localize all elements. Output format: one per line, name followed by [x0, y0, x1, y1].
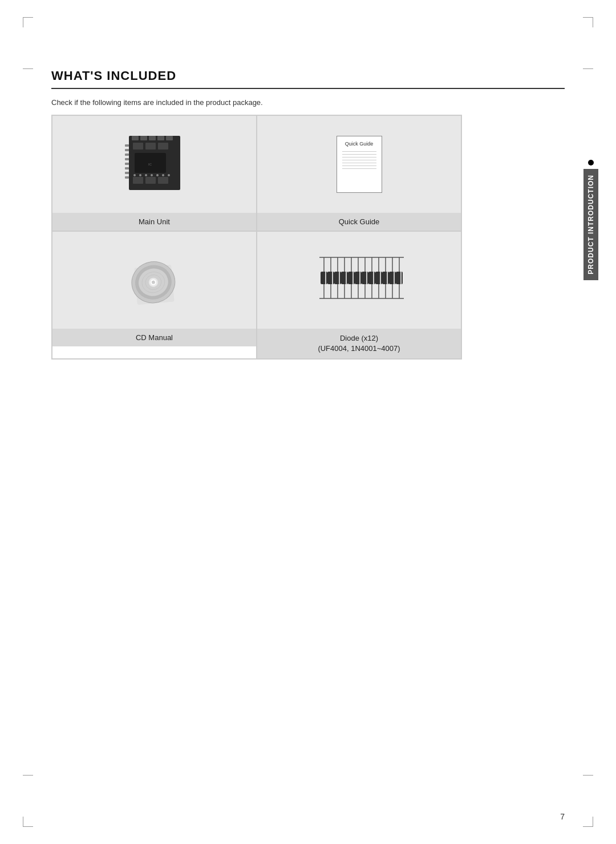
svg-rect-9: [132, 136, 139, 140]
svg-point-25: [151, 174, 153, 176]
grid-cell-diode: Diode (x12) (UF4004, 1N4001~4007): [257, 231, 461, 359]
svg-rect-5: [125, 163, 129, 165]
svg-rect-52: [327, 272, 334, 284]
items-grid: IC Main Unit: [51, 115, 462, 360]
svg-rect-16: [158, 143, 168, 150]
side-mark-left-bottom: [23, 775, 33, 776]
svg-rect-55: [348, 272, 355, 284]
svg-point-23: [139, 174, 141, 176]
svg-rect-60: [382, 272, 389, 284]
cd-image-area: [52, 232, 256, 329]
grid-cell-main-unit: IC Main Unit: [52, 115, 257, 231]
svg-point-22: [133, 174, 136, 176]
svg-point-28: [168, 174, 170, 176]
svg-point-27: [162, 174, 164, 176]
svg-rect-8: [125, 176, 129, 179]
svg-rect-4: [125, 158, 129, 160]
diode-label: Diode (x12): [260, 333, 459, 344]
svg-rect-13: [166, 136, 173, 140]
svg-rect-53: [334, 272, 341, 284]
svg-rect-12: [157, 136, 164, 140]
main-content: WHAT'S INCLUDED Check if the following i…: [51, 68, 565, 798]
diode-strip-image: [314, 252, 405, 309]
svg-rect-54: [341, 272, 348, 284]
cd-image: [123, 249, 186, 312]
svg-text:IC: IC: [148, 163, 152, 166]
sidebar-product-introduction: PRODUCT INTRODUCTION: [583, 160, 599, 280]
diode-label-area: Diode (x12) (UF4004, 1N4001~4007): [257, 329, 461, 358]
subtitle-text: Check if the following items are include…: [51, 98, 565, 107]
svg-rect-20: [145, 177, 156, 184]
page-title: WHAT'S INCLUDED: [51, 68, 565, 83]
svg-rect-21: [158, 177, 168, 184]
side-mark-right-top: [583, 68, 593, 69]
svg-rect-19: [133, 177, 143, 184]
side-mark-right-bottom: [583, 775, 593, 776]
corner-mark-br: [583, 817, 593, 827]
corner-mark-tl: [23, 17, 33, 27]
grid-cell-quick-guide: Quick Guide Quick Guide: [257, 115, 461, 231]
svg-rect-59: [375, 272, 382, 284]
svg-rect-6: [125, 167, 129, 169]
svg-rect-14: [133, 143, 143, 150]
svg-rect-15: [145, 143, 156, 150]
diode-strip-wrapper: [314, 252, 405, 309]
quick-guide-label: Quick Guide: [257, 213, 461, 231]
svg-point-24: [145, 174, 147, 176]
diode-image-area: [257, 232, 461, 329]
main-unit-image-area: IC: [52, 116, 256, 213]
svg-rect-58: [368, 272, 375, 284]
corner-mark-bl: [23, 817, 33, 827]
quick-guide-book: Quick Guide: [337, 136, 382, 193]
svg-rect-7: [125, 172, 129, 174]
grid-cell-cd-manual: CD Manual: [52, 231, 257, 359]
svg-point-26: [156, 174, 159, 176]
sidebar-label-text: PRODUCT INTRODUCTION: [587, 175, 595, 274]
sidebar-text-box: PRODUCT INTRODUCTION: [583, 169, 598, 280]
cd-manual-label: CD Manual: [52, 329, 256, 346]
svg-rect-57: [362, 272, 368, 284]
corner-mark-tr: [583, 17, 593, 27]
quick-guide-image-area: Quick Guide: [257, 116, 461, 213]
diode-label2: (UF4004, 1N4001~4007): [260, 344, 459, 354]
cd-wrapper: [123, 249, 186, 312]
side-mark-left-top: [23, 68, 33, 69]
svg-rect-11: [149, 136, 156, 140]
page-title-area: WHAT'S INCLUDED: [51, 68, 565, 89]
svg-rect-56: [355, 272, 362, 284]
main-unit-image: IC: [120, 130, 189, 199]
page-number: 7: [560, 812, 565, 821]
svg-rect-1: [125, 144, 129, 147]
quick-guide-book-title: Quick Guide: [345, 141, 374, 147]
main-unit-label: Main Unit: [52, 213, 256, 231]
svg-rect-61: [389, 272, 396, 284]
svg-rect-51: [321, 272, 327, 284]
sidebar-dot: [588, 160, 594, 165]
svg-rect-3: [125, 154, 129, 156]
svg-rect-62: [396, 272, 403, 284]
svg-rect-10: [140, 136, 147, 140]
svg-rect-2: [125, 149, 129, 151]
